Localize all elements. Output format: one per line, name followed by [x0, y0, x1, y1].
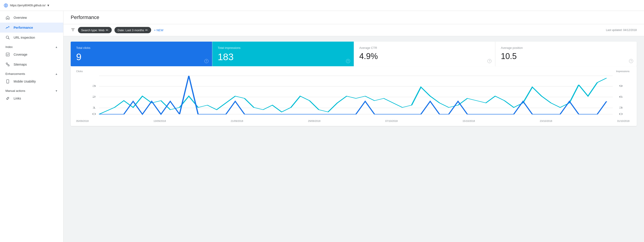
url-text: https://jerry80409.github.io/ — [10, 4, 46, 7]
coverage-icon — [6, 52, 10, 57]
mobile-icon — [6, 79, 10, 84]
svg-text:1: 1 — [92, 106, 96, 109]
chart-x-labels: 05/09/2018 13/09/2018 21/09/2018 29/09/2… — [74, 119, 631, 122]
x-label-4: 29/09/2018 — [308, 120, 320, 122]
chart-axis-labels: Clicks Impressions — [74, 70, 631, 73]
manual-actions-section-label: Manual actions — [6, 89, 25, 93]
sidebar: Overview Performance URL inspection I — [0, 11, 64, 242]
x-label-8: 31/10/2018 — [617, 120, 630, 122]
svg-line-2 — [8, 38, 10, 39]
search-type-label: Search type: Web — [81, 28, 104, 32]
svg-text:2: 2 — [92, 96, 96, 98]
chart-svg: 0 1 2 3 0 3 6 9 — [74, 74, 631, 119]
avg-ctr-help-icon[interactable]: ? — [488, 59, 492, 63]
content-area: Total clicks 9 ? Total impressions 183 ?… — [64, 36, 644, 131]
app-body: Overview Performance URL inspection I — [0, 11, 644, 242]
svg-text:0: 0 — [92, 113, 96, 115]
date-label: Date: Last 3 months — [118, 28, 144, 32]
index-collapse-icon: ▲ — [55, 45, 58, 49]
total-impressions-help-icon[interactable]: ? — [346, 59, 350, 63]
sidebar-overview-label: Overview — [14, 16, 27, 19]
avg-ctr-label: Average CTR — [360, 46, 490, 50]
filter-icon[interactable] — [71, 27, 75, 33]
sidebar-section-enhancements[interactable]: Enhancements ▲ — [0, 69, 63, 76]
page-header: Performance — [64, 11, 644, 24]
sidebar-sitemaps-label: Sitemaps — [14, 63, 27, 66]
x-label-6: 15/10/2018 — [462, 120, 475, 122]
svg-rect-3 — [6, 53, 9, 56]
sidebar-item-sitemaps[interactable]: Sitemaps — [0, 59, 63, 69]
sitemaps-icon — [6, 62, 10, 67]
sidebar-item-links[interactable]: Links — [0, 93, 63, 103]
avg-ctr-card[interactable]: Average CTR 4.9% ? — [354, 42, 496, 66]
svg-point-7 — [8, 83, 8, 83]
enhancements-section-label: Enhancements — [6, 72, 25, 76]
top-bar: https://jerry80409.github.io/ ▾ — [0, 0, 644, 11]
sidebar-mobile-usability-label: Mobile Usability — [14, 80, 36, 83]
total-impressions-label: Total impressions — [218, 46, 348, 50]
sidebar-section-manual-actions[interactable]: Manual actions ▼ — [0, 86, 63, 93]
search-icon — [6, 35, 10, 40]
avg-ctr-value: 4.9% — [360, 52, 490, 60]
avg-position-label: Average position — [501, 46, 631, 50]
globe-icon — [4, 3, 8, 8]
svg-rect-4 — [6, 63, 8, 64]
sidebar-performance-label: Performance — [14, 26, 33, 29]
right-axis-label: Impressions — [616, 70, 630, 73]
svg-text:3: 3 — [619, 106, 623, 109]
sidebar-item-performance[interactable]: Performance — [0, 23, 63, 33]
chart-container: Clicks Impressions 0 1 — [71, 66, 637, 126]
page-title: Performance — [71, 14, 637, 20]
new-filter-button[interactable]: + NEW — [154, 28, 164, 32]
metrics-row: Total clicks 9 ? Total impressions 183 ?… — [71, 42, 637, 66]
x-label-2: 13/09/2018 — [154, 120, 166, 122]
sidebar-item-mobile-usability[interactable]: Mobile Usability — [0, 76, 63, 86]
total-clicks-value: 9 — [76, 52, 207, 62]
x-label-1: 05/09/2018 — [76, 120, 88, 122]
last-updated: Last updated: 04/12/2018 — [606, 28, 637, 32]
total-clicks-label: Total clicks — [76, 46, 207, 50]
edit-search-type-icon: ✏ — [106, 28, 108, 32]
svg-text:6: 6 — [619, 96, 623, 98]
chart-area: 0 1 2 3 0 3 6 9 — [74, 74, 631, 119]
home-icon — [6, 15, 10, 20]
enhancements-collapse-icon: ▲ — [55, 72, 58, 76]
avg-position-help-icon[interactable]: ? — [629, 59, 633, 63]
svg-text:3: 3 — [92, 85, 96, 87]
performance-icon — [6, 25, 10, 30]
sidebar-item-coverage[interactable]: Coverage — [0, 50, 63, 59]
sidebar-section-index[interactable]: Index ▲ — [0, 42, 63, 50]
links-icon — [6, 96, 10, 101]
url-bar[interactable]: https://jerry80409.github.io/ ▾ — [4, 3, 49, 8]
svg-text:0: 0 — [619, 113, 623, 115]
left-axis-label: Clicks — [76, 70, 83, 73]
index-section-label: Index — [6, 45, 13, 49]
sidebar-links-label: Links — [14, 97, 21, 100]
total-impressions-card[interactable]: Total impressions 183 ? — [212, 42, 354, 66]
edit-date-icon: ✏ — [145, 28, 148, 32]
manual-actions-expand-icon: ▼ — [55, 89, 58, 93]
svg-rect-5 — [8, 65, 9, 66]
total-clicks-help-icon[interactable]: ? — [204, 59, 208, 63]
x-label-5: 07/10/2018 — [385, 120, 398, 122]
filter-bar: Search type: Web ✏ Date: Last 3 months ✏… — [64, 24, 644, 36]
main-content: Performance Search type: Web ✏ Date: Las… — [64, 11, 644, 242]
total-impressions-value: 183 — [218, 52, 348, 62]
sidebar-url-inspection-label: URL inspection — [14, 36, 35, 39]
search-type-filter[interactable]: Search type: Web ✏ — [78, 27, 112, 33]
x-label-7: 23/10/2018 — [540, 120, 552, 122]
avg-position-value: 10.5 — [501, 52, 631, 60]
total-clicks-card[interactable]: Total clicks 9 ? — [71, 42, 212, 66]
svg-text:9: 9 — [619, 85, 623, 87]
new-label: + NEW — [154, 28, 164, 32]
sidebar-item-url-inspection[interactable]: URL inspection — [0, 33, 63, 42]
date-filter[interactable]: Date: Last 3 months ✏ — [114, 27, 151, 33]
sidebar-item-overview[interactable]: Overview — [0, 13, 63, 23]
avg-position-card[interactable]: Average position 10.5 ? — [495, 42, 637, 66]
x-label-3: 21/09/2018 — [231, 120, 243, 122]
sidebar-coverage-label: Coverage — [14, 53, 28, 56]
chevron-down-icon[interactable]: ▾ — [47, 3, 49, 7]
